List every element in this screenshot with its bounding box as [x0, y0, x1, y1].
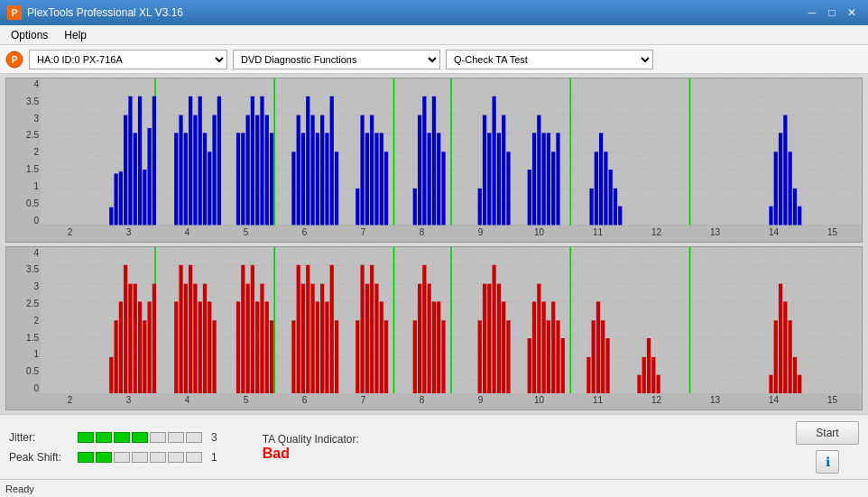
svg-rect-183	[637, 374, 641, 393]
svg-rect-155	[384, 320, 388, 393]
svg-rect-85	[599, 133, 603, 225]
peak-block-6	[168, 452, 184, 463]
svg-rect-126	[193, 283, 197, 393]
svg-rect-173	[542, 301, 546, 393]
svg-rect-32	[199, 97, 202, 225]
test-select[interactable]: Q-Check TA Test	[446, 50, 653, 69]
peak-block-4	[132, 452, 148, 463]
svg-rect-162	[441, 320, 445, 393]
svg-rect-192	[789, 320, 792, 393]
title-bar-left: P PlexTools Professional XL V3.16	[7, 5, 183, 20]
svg-rect-152	[370, 264, 374, 393]
device-select[interactable]: HA:0 ID:0 PX-716A	[29, 50, 227, 69]
svg-rect-116	[128, 283, 132, 393]
svg-rect-115	[124, 264, 127, 393]
svg-rect-172	[537, 283, 540, 393]
svg-rect-145	[320, 283, 324, 393]
svg-rect-189	[774, 320, 778, 393]
svg-rect-140	[297, 264, 300, 393]
svg-rect-170	[528, 338, 531, 393]
device-icon: P	[5, 51, 23, 69]
close-button[interactable]: ✕	[843, 5, 861, 20]
chart1-plot	[41, 78, 862, 225]
menu-options[interactable]: Options	[4, 27, 55, 43]
svg-rect-133	[246, 283, 250, 393]
svg-rect-29	[184, 133, 188, 225]
start-button[interactable]: Start	[796, 421, 859, 445]
minimize-button[interactable]: ─	[803, 5, 821, 20]
svg-rect-74	[502, 115, 505, 225]
svg-rect-119	[143, 320, 146, 393]
svg-rect-180	[596, 301, 600, 393]
svg-rect-131	[236, 301, 240, 393]
svg-rect-161	[437, 301, 440, 393]
svg-rect-174	[547, 320, 550, 393]
svg-rect-35	[212, 115, 216, 225]
peak-shift-meter	[78, 452, 202, 463]
jitter-block-1	[78, 432, 94, 443]
svg-rect-83	[589, 189, 593, 225]
svg-rect-72	[493, 97, 496, 225]
menu-bar: Options Help	[0, 25, 868, 45]
svg-rect-22	[134, 133, 137, 225]
ta-quality-value: Bad	[263, 446, 290, 462]
svg-rect-190	[779, 283, 782, 393]
svg-rect-71	[487, 133, 491, 225]
svg-rect-134	[251, 264, 254, 393]
svg-rect-146	[325, 301, 328, 393]
ta-quality-label: TA Quality Indicator:	[263, 433, 359, 446]
svg-rect-182	[605, 338, 609, 393]
svg-rect-27	[174, 133, 178, 225]
svg-rect-94	[789, 152, 792, 225]
svg-rect-24	[143, 170, 146, 225]
jitter-block-5	[150, 432, 166, 443]
svg-rect-68	[441, 152, 445, 225]
svg-rect-157	[418, 283, 421, 393]
svg-rect-60	[380, 133, 383, 225]
chart2: 4 3.5 3 2.5 2 1.5 1 0.5 0	[5, 246, 863, 411]
function-select[interactable]: DVD Diagnostic Functions	[233, 50, 440, 69]
svg-rect-167	[497, 283, 501, 393]
app-icon: P	[7, 5, 22, 20]
svg-rect-25	[148, 128, 152, 225]
svg-rect-55	[356, 189, 359, 225]
svg-rect-48	[306, 97, 309, 225]
svg-rect-149	[356, 320, 359, 393]
svg-rect-122	[174, 301, 178, 393]
svg-rect-79	[542, 133, 546, 225]
peak-block-3	[114, 452, 130, 463]
jitter-block-3	[114, 432, 130, 443]
svg-rect-95	[793, 189, 797, 225]
svg-rect-118	[138, 301, 142, 393]
svg-rect-37	[236, 133, 240, 225]
chart2-x-axis: 2 3 4 5 6 7 8 9 10 11 12 13 14 15	[41, 393, 862, 410]
svg-rect-193	[793, 356, 797, 393]
svg-rect-138	[270, 320, 273, 393]
svg-rect-40	[251, 97, 254, 225]
svg-rect-80	[547, 133, 550, 225]
svg-rect-185	[647, 338, 651, 393]
jitter-block-6	[168, 432, 184, 443]
jitter-value: 3	[211, 431, 217, 444]
svg-rect-58	[370, 115, 374, 225]
svg-rect-21	[128, 97, 132, 225]
peak-shift-value: 1	[211, 451, 217, 464]
svg-rect-117	[134, 283, 137, 393]
svg-rect-188	[769, 374, 772, 393]
info-button[interactable]: ℹ	[816, 450, 839, 474]
svg-rect-90	[769, 207, 772, 225]
svg-rect-114	[119, 301, 123, 393]
svg-rect-168	[502, 301, 505, 393]
svg-rect-70	[483, 115, 486, 225]
svg-rect-181	[601, 320, 605, 393]
svg-rect-39	[246, 115, 250, 225]
chart1: 4 3.5 3 2.5 2 1.5 1 0.5 0	[5, 78, 863, 243]
menu-help[interactable]: Help	[57, 27, 94, 43]
svg-rect-112	[109, 356, 113, 393]
maximize-button[interactable]: □	[823, 5, 841, 20]
svg-rect-125	[189, 264, 192, 393]
ta-quality-area: TA Quality Indicator: Bad	[263, 433, 359, 462]
svg-rect-159	[428, 283, 431, 393]
svg-rect-44	[270, 133, 273, 225]
jitter-row: Jitter: 3	[9, 431, 217, 444]
